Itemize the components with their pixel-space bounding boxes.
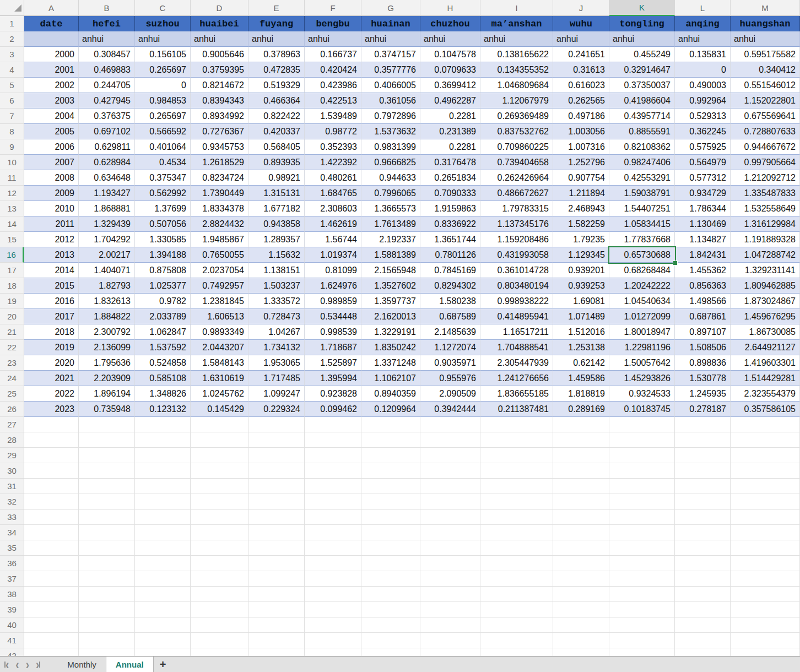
cell-F31[interactable] — [305, 479, 361, 494]
cell-A6[interactable]: 2003 — [24, 93, 79, 109]
cell-F40[interactable] — [305, 617, 361, 633]
cell-E39[interactable] — [248, 602, 305, 617]
cell-B4[interactable]: 0.469883 — [79, 62, 135, 78]
cell-M30[interactable] — [731, 463, 800, 479]
cell-E14[interactable]: 0.943858 — [248, 216, 305, 232]
cell-D11[interactable]: 0.8234724 — [191, 170, 248, 186]
cell-G13[interactable]: 1.3665573 — [361, 201, 420, 216]
cell-J11[interactable]: 0.907754 — [553, 170, 609, 186]
cell-M18[interactable]: 1.809462885 — [731, 278, 800, 294]
cell-M4[interactable]: 0.340412 — [731, 62, 800, 78]
cell-C18[interactable]: 1.025377 — [135, 278, 191, 294]
cell-M35[interactable] — [731, 540, 800, 556]
cell-I19[interactable]: 0.998938222 — [480, 294, 553, 309]
cell-L35[interactable] — [675, 540, 731, 556]
cell-D3[interactable]: 0.9005646 — [191, 47, 248, 62]
column-header-H[interactable]: H — [420, 0, 480, 16]
cell-C21[interactable]: 1.062847 — [135, 324, 191, 340]
cell-I1[interactable]: ma’anshan — [480, 16, 553, 31]
cell-L15[interactable]: 1.134827 — [675, 232, 731, 247]
cell-B24[interactable]: 2.203909 — [79, 371, 135, 386]
cell-A11[interactable]: 2008 — [24, 170, 79, 186]
row-header-38[interactable]: 38 — [0, 587, 24, 602]
cell-J12[interactable]: 1.211894 — [553, 186, 609, 201]
cell-K23[interactable]: 1.50057642 — [609, 355, 675, 371]
cell-D28[interactable] — [191, 432, 248, 448]
cell-B11[interactable]: 0.634648 — [79, 170, 135, 186]
cell-E24[interactable]: 1.717485 — [248, 371, 305, 386]
row-header-10[interactable]: 10 — [0, 155, 24, 170]
cell-B16[interactable]: 2.00217 — [79, 247, 135, 263]
cell-A28[interactable] — [24, 432, 79, 448]
cell-J28[interactable] — [553, 432, 609, 448]
row-header-7[interactable]: 7 — [0, 109, 24, 124]
cell-H21[interactable]: 2.1485639 — [420, 324, 480, 340]
cell-M15[interactable]: 1.191889328 — [731, 232, 800, 247]
cell-I28[interactable] — [480, 432, 553, 448]
cell-K36[interactable] — [609, 556, 675, 571]
cell-G8[interactable]: 1.5373632 — [361, 124, 420, 139]
cell-C13[interactable]: 1.37699 — [135, 201, 191, 216]
cell-J32[interactable] — [553, 494, 609, 510]
cell-C41[interactable] — [135, 633, 191, 648]
cell-H30[interactable] — [420, 463, 480, 479]
cell-D41[interactable] — [191, 633, 248, 648]
cell-G7[interactable]: 0.7972896 — [361, 109, 420, 124]
cell-H6[interactable]: 0.4962287 — [420, 93, 480, 109]
cell-E20[interactable]: 0.728473 — [248, 309, 305, 324]
cell-J33[interactable] — [553, 510, 609, 525]
cell-F19[interactable]: 0.989859 — [305, 294, 361, 309]
cell-G39[interactable] — [361, 602, 420, 617]
cell-C12[interactable]: 0.562992 — [135, 186, 191, 201]
cell-K39[interactable] — [609, 602, 675, 617]
cell-C23[interactable]: 0.524858 — [135, 355, 191, 371]
cell-D21[interactable]: 0.9893349 — [191, 324, 248, 340]
cell-E40[interactable] — [248, 617, 305, 633]
cell-D38[interactable] — [191, 587, 248, 602]
cell-G4[interactable]: 0.3577776 — [361, 62, 420, 78]
cell-L38[interactable] — [675, 587, 731, 602]
cell-J9[interactable]: 1.007316 — [553, 139, 609, 155]
cell-M9[interactable]: 0.944667672 — [731, 139, 800, 155]
cell-J8[interactable]: 1.003056 — [553, 124, 609, 139]
cell-H16[interactable]: 0.7801126 — [420, 247, 480, 263]
row-header-19[interactable]: 19 — [0, 294, 24, 309]
cell-K24[interactable]: 1.45293826 — [609, 371, 675, 386]
cell-M5[interactable]: 0.551546012 — [731, 78, 800, 93]
cell-B9[interactable]: 0.629811 — [79, 139, 135, 155]
cell-H15[interactable]: 1.3651744 — [420, 232, 480, 247]
cell-C8[interactable]: 0.566592 — [135, 124, 191, 139]
cell-H9[interactable]: 0.2281 — [420, 139, 480, 155]
cell-I11[interactable]: 0.262426964 — [480, 170, 553, 186]
cell-J39[interactable] — [553, 602, 609, 617]
cell-D36[interactable] — [191, 556, 248, 571]
cell-B39[interactable] — [79, 602, 135, 617]
cell-F18[interactable]: 1.624976 — [305, 278, 361, 294]
row-header-17[interactable]: 17 — [0, 263, 24, 278]
cell-B31[interactable] — [79, 479, 135, 494]
cell-A37[interactable] — [24, 571, 79, 587]
cell-K19[interactable]: 1.04540634 — [609, 294, 675, 309]
cell-D16[interactable]: 0.7650055 — [191, 247, 248, 263]
cell-G20[interactable]: 2.1620013 — [361, 309, 420, 324]
cell-F14[interactable]: 1.462619 — [305, 216, 361, 232]
cell-E26[interactable]: 0.229324 — [248, 402, 305, 417]
cell-L17[interactable]: 1.455362 — [675, 263, 731, 278]
cell-I5[interactable]: 1.046809684 — [480, 78, 553, 93]
cell-I40[interactable] — [480, 617, 553, 633]
cell-H39[interactable] — [420, 602, 480, 617]
cell-F33[interactable] — [305, 510, 361, 525]
cell-K31[interactable] — [609, 479, 675, 494]
cell-I21[interactable]: 1.16517211 — [480, 324, 553, 340]
cell-E2[interactable]: anhui — [248, 31, 305, 47]
cell-H31[interactable] — [420, 479, 480, 494]
cell-C30[interactable] — [135, 463, 191, 479]
cell-H41[interactable] — [420, 633, 480, 648]
cell-A41[interactable] — [24, 633, 79, 648]
cell-E9[interactable]: 0.568405 — [248, 139, 305, 155]
cell-E33[interactable] — [248, 510, 305, 525]
cell-D40[interactable] — [191, 617, 248, 633]
cell-G16[interactable]: 1.5881389 — [361, 247, 420, 263]
column-header-K[interactable]: K — [609, 0, 675, 16]
cell-G24[interactable]: 1.1062107 — [361, 371, 420, 386]
